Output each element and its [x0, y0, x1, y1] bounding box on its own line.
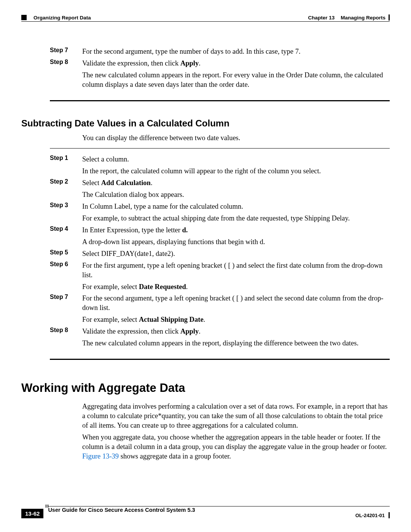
step-label: Step 7	[50, 47, 82, 54]
step-text: Select DIFF_DAY(date1, date2).	[82, 249, 390, 259]
step-label: Step 3	[50, 202, 82, 209]
step-text: Select a column. In the report, the calc…	[82, 155, 390, 176]
header-section: Organizing Report Data	[33, 15, 91, 21]
step-row: Step 1 Select a column. In the report, t…	[21, 155, 390, 176]
step-text: Validate the expression, then click Appl…	[82, 59, 390, 89]
step-row: Step 5 Select DIFF_DAY(date1, date2).	[21, 249, 390, 259]
step-row: Step 6 For the first argument, type a le…	[21, 261, 390, 292]
section-divider	[50, 100, 390, 101]
step-text: Validate the expression, then click Appl…	[82, 327, 390, 348]
header-chapter-label: Chapter 13	[308, 15, 335, 21]
step-text: In Enter Expression, type the letter d. …	[82, 225, 390, 247]
step-row: Step 8 Validate the expression, then cli…	[21, 327, 390, 348]
step-label: Step 2	[50, 178, 82, 185]
step-text: In Column Label, type a name for the cal…	[82, 202, 390, 223]
step-row: Step 4 In Enter Expression, type the let…	[21, 225, 390, 247]
step-row: Step 7 For the second argument, type the…	[21, 47, 390, 56]
page-footer: 13-62 User Guide for Cisco Secure Access…	[21, 506, 390, 518]
footer-bar-icon	[389, 512, 390, 518]
step-text: For the first argument, type a left open…	[82, 261, 390, 292]
figure-link[interactable]: Figure 13-39	[82, 452, 119, 460]
step-text: Select Add Calculation. The Calculation …	[82, 178, 390, 200]
body-para: Aggregating data involves performing a c…	[82, 402, 390, 430]
doc-id: OL-24201-01	[355, 513, 385, 518]
step-label: Step 6	[50, 261, 82, 268]
step-label: Step 7	[50, 294, 82, 300]
footer-title: User Guide for Cisco Secure Access Contr…	[48, 507, 195, 513]
heading-aggregate: Working with Aggregate Data	[21, 381, 390, 395]
step-label: Step 8	[50, 59, 82, 66]
header-marker-icon	[21, 15, 27, 20]
header-bar-icon	[389, 14, 390, 21]
body-para: When you aggregate data, you choose whet…	[82, 433, 390, 461]
page-number: 13-62	[21, 509, 43, 518]
step-label: Step 1	[50, 155, 82, 161]
step-label: Step 5	[50, 249, 82, 256]
heading-subtracting: Subtracting Date Values in a Calculated …	[21, 118, 390, 129]
step-text: For the second argument, type a left ope…	[82, 294, 390, 324]
intro-para: You can display the difference between t…	[82, 133, 390, 143]
page-header: Organizing Report Data Chapter 13 Managi…	[21, 14, 390, 21]
step-row: Step 2 Select Add Calculation. The Calcu…	[21, 178, 390, 200]
step-text: For the second argument, type the number…	[82, 47, 390, 56]
step-label: Step 8	[50, 327, 82, 334]
step-row: Step 7 For the second argument, type a l…	[21, 294, 390, 324]
step-label: Step 4	[50, 225, 82, 232]
step-row: Step 3 In Column Label, type a name for …	[21, 202, 390, 223]
section-divider	[50, 359, 390, 360]
header-chapter-title: Managing Reports	[341, 15, 386, 21]
step-row: Step 8 Validate the expression, then cli…	[21, 59, 390, 89]
